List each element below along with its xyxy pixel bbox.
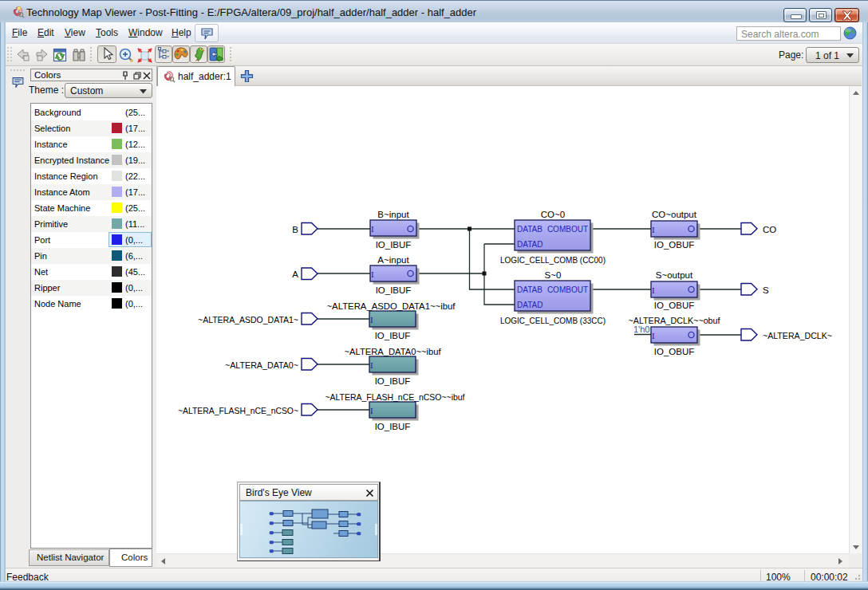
svg-text:I: I [370, 406, 373, 415]
svg-text:CO~output: CO~output [652, 210, 697, 219]
svg-text:~ALTERA_ASDO_DATA1~~ibuf: ~ALTERA_ASDO_DATA1~~ibuf [327, 301, 456, 311]
svg-text:S~0: S~0 [545, 270, 562, 280]
svg-text:A: A [292, 269, 298, 279]
svg-text:DATAB: DATAB [517, 285, 542, 294]
svg-text:~ALTERA_ASDO_DATA1~: ~ALTERA_ASDO_DATA1~ [198, 315, 298, 324]
svg-text:I: I [371, 224, 374, 234]
svg-text:I: I [652, 225, 655, 234]
svg-text:~ALTERA_DATA0~~ibuf: ~ALTERA_DATA0~~ibuf [345, 347, 442, 356]
svg-text:DATAD: DATAD [517, 301, 542, 309]
svg-text:IO_IBUF: IO_IBUF [375, 422, 411, 431]
svg-text:I: I [652, 331, 655, 340]
svg-text:~ALTERA_FLASH_nCE_nCSO~~ibuf: ~ALTERA_FLASH_nCE_nCSO~~ibuf [326, 392, 466, 402]
svg-text:IO_IBUF: IO_IBUF [376, 285, 412, 295]
svg-text:I: I [370, 360, 373, 370]
svg-text:COMBOUT: COMBOUT [547, 285, 588, 294]
svg-text:CO: CO [763, 225, 776, 234]
svg-text:B~input: B~input [377, 210, 409, 219]
svg-text:~ALTERA_FLASH_nCE_nCSO~: ~ALTERA_FLASH_nCE_nCSO~ [178, 406, 298, 415]
svg-text:COMBOUT: COMBOUT [547, 225, 588, 234]
svg-text:IO_OBUF: IO_OBUF [654, 347, 694, 356]
svg-text:~ALTERA_DCLK~~obuf: ~ALTERA_DCLK~~obuf [629, 316, 721, 325]
svg-text:IO_IBUF: IO_IBUF [375, 331, 411, 340]
svg-text:DATAD: DATAD [517, 240, 542, 249]
svg-text:DATAB: DATAB [517, 225, 542, 234]
svg-text:S: S [763, 285, 769, 295]
svg-text:I: I [370, 315, 373, 324]
svg-text:S~output: S~output [656, 270, 693, 280]
svg-text:LOGIC_CELL_COMB (CC00): LOGIC_CELL_COMB (CC00) [500, 255, 606, 265]
svg-text:I: I [652, 285, 655, 295]
svg-text:IO_IBUF: IO_IBUF [375, 376, 411, 386]
svg-text:B: B [292, 225, 298, 234]
svg-text:IO_OBUF: IO_OBUF [654, 240, 694, 250]
svg-text:A~input: A~input [377, 255, 409, 265]
svg-text:IO_IBUF: IO_IBUF [376, 240, 412, 250]
svg-text:I: I [371, 269, 374, 279]
svg-text:~ALTERA_DATA0~: ~ALTERA_DATA0~ [225, 360, 298, 370]
svg-text:1'h0: 1'h0 [633, 324, 649, 334]
svg-text:LOGIC_CELL_COMB (33CC): LOGIC_CELL_COMB (33CC) [500, 316, 606, 325]
svg-text:~ALTERA_DCLK~: ~ALTERA_DCLK~ [763, 331, 832, 340]
svg-text:CO~0: CO~0 [541, 210, 565, 219]
svg-text:IO_OBUF: IO_OBUF [654, 301, 694, 310]
